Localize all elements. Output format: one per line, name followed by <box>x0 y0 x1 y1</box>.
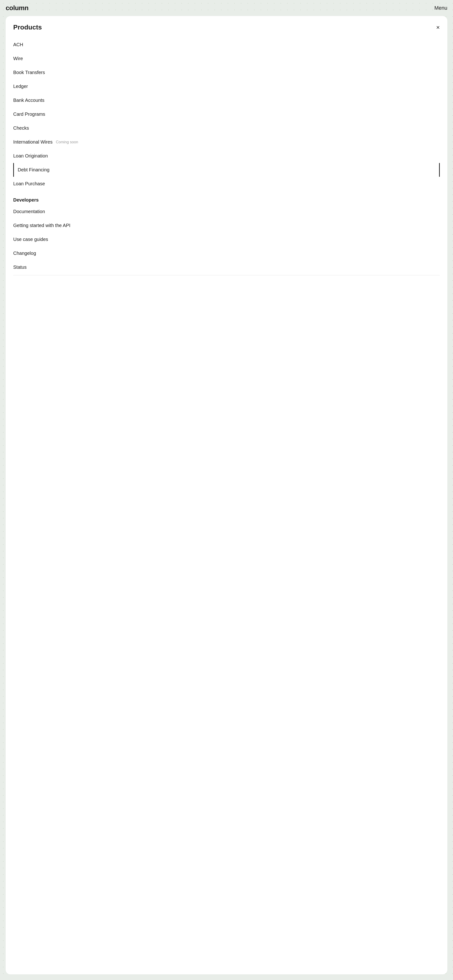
logo: column <box>6 4 29 12</box>
menu-item-card-programs[interactable]: Card Programs <box>13 107 440 121</box>
menu-item-label: ACH <box>13 42 23 48</box>
menu-item-label: Ledger <box>13 84 28 89</box>
menu-item-use-case-guides[interactable]: Use case guides <box>13 232 440 247</box>
modal-title: Products <box>13 24 42 31</box>
right-border-decoration <box>439 163 440 177</box>
menu-item-label: Card Programs <box>13 111 45 117</box>
menu-item-ledger[interactable]: Ledger <box>13 80 440 93</box>
menu-item-bank-accounts[interactable]: Bank Accounts <box>13 93 440 107</box>
menu-item-label: Getting started with the API <box>13 223 70 228</box>
menu-item-getting-started[interactable]: Getting started with the API <box>13 218 440 232</box>
menu-item-label: International Wires <box>13 139 53 145</box>
menu-item-checks[interactable]: Checks <box>13 121 440 135</box>
menu-item-label: Debt Financing <box>18 167 49 172</box>
menu-item-wire[interactable]: Wire <box>13 52 440 65</box>
menu-item-label: Wire <box>13 56 23 61</box>
menu-item-label: Loan Purchase <box>13 181 45 186</box>
menu-item-international-wires[interactable]: International Wires Coming soon <box>13 135 440 149</box>
menu-item-debt-financing[interactable]: Debt Financing <box>14 163 439 177</box>
close-button[interactable]: × <box>436 24 440 30</box>
menu-item-loan-origination[interactable]: Loan Origination <box>13 149 440 163</box>
modal: Products × ACH Wire Book Transfers Ledge… <box>6 16 447 974</box>
menu-item-label: Loan Origination <box>13 153 48 159</box>
menu-button[interactable]: Menu <box>434 5 447 11</box>
menu-item-book-transfers[interactable]: Book Transfers <box>13 65 440 80</box>
menu-item-ach[interactable]: ACH <box>13 38 440 52</box>
menu-item-label: Documentation <box>13 209 45 214</box>
debt-financing-row: Debt Financing <box>13 163 440 177</box>
modal-header: Products × <box>13 24 440 31</box>
bottom-divider <box>13 275 440 275</box>
menu-item-label: Book Transfers <box>13 70 45 75</box>
menu-item-label: Use case guides <box>13 237 48 242</box>
menu-item-loan-purchase[interactable]: Loan Purchase <box>13 177 440 191</box>
menu-item-label: Bank Accounts <box>13 98 45 103</box>
menu-item-documentation[interactable]: Documentation <box>13 205 440 218</box>
menu-item-changelog[interactable]: Changelog <box>13 247 440 260</box>
menu-item-label: Checks <box>13 126 29 131</box>
menu-item-status[interactable]: Status <box>13 260 440 274</box>
coming-soon-badge: Coming soon <box>56 140 78 144</box>
menu-item-label: Changelog <box>13 251 36 256</box>
menu-item-label: Status <box>13 264 27 270</box>
top-bar: column Menu <box>0 0 453 16</box>
developers-section-title: Developers <box>13 197 440 203</box>
